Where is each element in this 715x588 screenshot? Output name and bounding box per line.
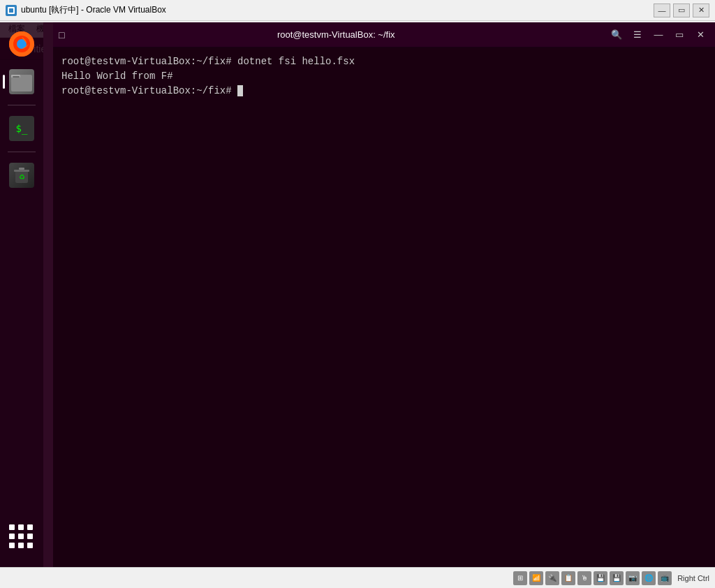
- grid-dot: [9, 543, 15, 548]
- grid-dot: [27, 534, 33, 539]
- desktop-area: □ root@testvm-VirtualBox: ~/fix 🔍 ☰ — ▭ …: [43, 38, 715, 567]
- terminal-header-left: □: [59, 38, 64, 41]
- svg-rect-8: [13, 76, 20, 78]
- sb-icon-6[interactable]: 💾: [594, 571, 607, 585]
- terminal-header-buttons: 🔍 ☰ — ▭ ✕: [607, 38, 709, 44]
- terminal-cursor: [237, 85, 243, 96]
- grid-dot: [27, 543, 33, 548]
- dock-divider-2: [8, 152, 36, 152]
- terminal-header-icon: □: [59, 38, 64, 41]
- sb-icon-1[interactable]: ⊞: [513, 571, 527, 585]
- sb-icon-7[interactable]: 💾: [610, 571, 624, 585]
- svg-text:♻: ♻: [19, 173, 25, 181]
- minimize-button[interactable]: —: [654, 3, 670, 17]
- dock-item-files[interactable]: [6, 66, 38, 98]
- vbox-title: ubuntu [執行中] - Oracle VM VirtualBox: [21, 4, 166, 16]
- terminal-minimize-button[interactable]: —: [649, 38, 668, 44]
- svg-rect-10: [14, 170, 29, 172]
- grid-dot: [18, 543, 24, 548]
- sb-icon-3[interactable]: 🔌: [545, 571, 559, 585]
- vbox-titlebar: ubuntu [執行中] - Oracle VM VirtualBox — ▭ …: [0, 0, 715, 21]
- files-svg: [11, 72, 32, 91]
- terminal-line-3: root@testvm-VirtualBox:~/fix#: [61, 84, 707, 98]
- titlebar-left: ubuntu [執行中] - Oracle VM VirtualBox: [6, 4, 166, 16]
- trash-svg: ♻: [12, 166, 31, 185]
- right-ctrl-label: Right Ctrl: [677, 574, 709, 582]
- ubuntu-dock: $_ ♻: [0, 38, 43, 567]
- terminal-window: □ root@testvm-VirtualBox: ~/fix 🔍 ☰ — ▭ …: [53, 38, 715, 567]
- grid-dot: [18, 534, 24, 539]
- maximize-button[interactable]: ▭: [673, 3, 690, 17]
- sb-icon-4[interactable]: 📋: [561, 571, 575, 585]
- firefox-icon: [9, 38, 34, 57]
- virtualbox-window: ubuntu [執行中] - Oracle VM VirtualBox — ▭ …: [0, 0, 715, 588]
- grid-dot: [27, 524, 33, 530]
- dock-divider: [8, 105, 36, 105]
- ubuntu-guest: Activities □ Terminal 九 11 09:17 ⊞ 🔊 ⏻: [0, 38, 715, 567]
- statusbar-icons: ⊞ 📶 🔌 📋 🖱 💾 💾 📷 🌐 📺: [513, 571, 672, 585]
- titlebar-controls: — ▭ ✕: [654, 3, 709, 17]
- files-icon: [9, 69, 34, 94]
- close-button[interactable]: ✕: [693, 3, 709, 17]
- terminal-dock-icon: $_: [9, 116, 34, 141]
- vbox-icon: [6, 5, 17, 16]
- svg-rect-11: [19, 168, 24, 170]
- terminal-line-1: root@testvm-VirtualBox:~/fix# dotnet fsi…: [61, 54, 707, 69]
- vbox-statusbar: ⊞ 📶 🔌 📋 🖱 💾 💾 📷 🌐 📺 Right Ctrl: [0, 567, 715, 588]
- sb-icon-2[interactable]: 📶: [529, 571, 543, 585]
- sb-icon-8[interactable]: 📷: [626, 571, 640, 585]
- terminal-line-2: Hello World from F#: [61, 69, 707, 84]
- trash-icon: ♻: [9, 163, 34, 188]
- terminal-search-button[interactable]: 🔍: [607, 38, 626, 44]
- terminal-close-button[interactable]: ✕: [691, 38, 709, 44]
- sb-icon-5[interactable]: 🖱: [577, 571, 591, 585]
- grid-dot: [9, 524, 15, 530]
- svg-rect-2: [9, 8, 13, 13]
- terminal-body[interactable]: root@testvm-VirtualBox:~/fix# dotnet fsi…: [53, 47, 715, 567]
- dock-item-terminal[interactable]: $_: [6, 112, 38, 145]
- sb-icon-9[interactable]: 🌐: [642, 571, 656, 585]
- sb-icon-10[interactable]: 📺: [658, 571, 672, 585]
- firefox-svg: [9, 38, 34, 57]
- grid-dot: [18, 524, 24, 530]
- dock-show-apps[interactable]: [6, 521, 38, 553]
- terminal-restore-button[interactable]: ▭: [670, 38, 688, 44]
- dock-item-firefox[interactable]: [6, 38, 38, 60]
- terminal-window-title: root@testvm-VirtualBox: ~/fix: [64, 38, 607, 40]
- grid-dot: [9, 534, 15, 539]
- terminal-menu-button[interactable]: ☰: [628, 38, 647, 44]
- dock-item-trash[interactable]: ♻: [6, 159, 38, 191]
- terminal-header: □ root@testvm-VirtualBox: ~/fix 🔍 ☰ — ▭ …: [53, 38, 715, 47]
